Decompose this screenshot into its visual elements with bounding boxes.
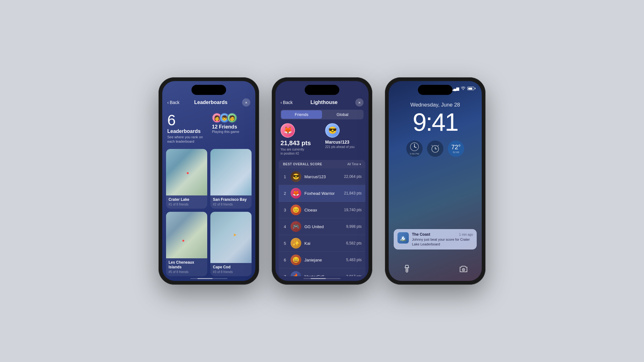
close-icon-1: × xyxy=(245,100,247,105)
row-6[interactable]: 6 😄 Janiejane 5,483 pts xyxy=(279,252,365,268)
back-label-2: Back xyxy=(283,100,293,105)
widget-alarm xyxy=(427,140,443,157)
rank-1: 1 xyxy=(282,174,287,179)
hero-rival-avatar: 😎 xyxy=(325,123,340,138)
card-name-crater: Crater Lake xyxy=(169,197,205,202)
svg-point-3 xyxy=(414,146,415,147)
list-filter[interactable]: All Time ▾ xyxy=(347,162,361,166)
map-sf-bay xyxy=(210,149,252,195)
pts-janie: 5,483 pts xyxy=(346,258,362,262)
card-rank-les: #5 of 8 friends xyxy=(169,270,205,274)
hero-self: 🦊 21,843 pts You are currentlyin positio… xyxy=(280,123,319,156)
map-marker-3 xyxy=(182,240,184,242)
card-les-info: Les Cheneaux Islands #5 of 8 friends xyxy=(166,258,207,276)
rank-5: 5 xyxy=(282,241,287,246)
map-cape-cod: ➤ xyxy=(210,212,252,263)
name-gg: GG United xyxy=(304,224,343,229)
name-marcus: Marcus!123 xyxy=(304,174,341,179)
lockscreen-bottom-bar xyxy=(389,263,482,275)
friends-count: 12 Friends xyxy=(212,124,237,130)
svg-line-7 xyxy=(432,145,433,146)
pts-foxhead: 21,843 pts xyxy=(344,191,362,195)
leaderboard-list: 1 😎 Marcus!123 22,064 pts 2 🦊 Foxhead Wa… xyxy=(279,168,365,276)
notification-header: The Coast 1 min ago xyxy=(412,232,473,237)
widget-clock: 5:56 PM xyxy=(406,140,423,157)
friend-avatars: 👩 👦 🧑 xyxy=(212,113,235,123)
battery-indicator xyxy=(467,87,475,90)
pts-marcus: 22,064 pts xyxy=(344,174,362,179)
map-les-cheneaux xyxy=(166,212,207,258)
friends-section: 👩 👦 🧑 12 Friends Playing this game xyxy=(212,113,250,134)
card-cape-info: Cape Cod #3 of 8 friends xyxy=(210,263,252,276)
friends-label: Playing this game xyxy=(212,130,239,134)
leaderboards-title: Leaderboards xyxy=(194,100,227,105)
widget-weather: 72° 52 89 xyxy=(448,140,464,157)
camera-icon[interactable] xyxy=(458,263,469,275)
widget-clock-value xyxy=(410,142,419,152)
tab-friends[interactable]: Friends xyxy=(281,110,322,119)
card-rank-crater: #1 of 8 friends xyxy=(169,203,205,206)
row-1[interactable]: 1 😎 Marcus!123 22,064 pts xyxy=(279,168,365,185)
close-button-2[interactable]: × xyxy=(355,98,364,107)
pts-kai: 6,582 pts xyxy=(346,241,362,245)
chevron-down-icon: ▾ xyxy=(359,162,361,166)
phone-lighthouse: ‹ Back Lighthouse × Friends Global 🦊 21,… xyxy=(272,77,372,285)
card-crater-info: Crater Lake #1 of 8 friends xyxy=(166,195,207,209)
name-kai: Kai xyxy=(304,241,343,246)
name-janie: Janiejane xyxy=(304,258,343,262)
avatar-gg: 🎮 xyxy=(291,221,301,232)
row-7[interactable]: 7 🔥 MasterGrill 3,017 pts xyxy=(279,268,365,276)
name-foxhead: Foxhead Warrior xyxy=(304,191,341,196)
widget-temp-value: 72° xyxy=(451,144,461,151)
tab-global[interactable]: Global xyxy=(322,110,363,119)
card-les-cheneaux[interactable]: Les Cheneaux Islands #5 of 8 friends xyxy=(166,212,207,276)
name-cloeax: Cloeax xyxy=(304,208,341,212)
rank-2: 2 xyxy=(282,191,287,196)
lighthouse-screen: ‹ Back Lighthouse × Friends Global 🦊 21,… xyxy=(275,81,369,281)
card-crater-lake[interactable]: Crater Lake #1 of 8 friends xyxy=(166,149,207,209)
flashlight-icon[interactable] xyxy=(401,263,413,275)
name-master: MasterGrill xyxy=(304,274,343,277)
avatar-kai: ✨ xyxy=(291,238,301,249)
hero-self-label: You are currentlyin position #2 xyxy=(280,147,319,156)
widget-temp-range: 52 89 xyxy=(453,151,459,154)
friend-avatar-3: 🧑 xyxy=(227,113,237,123)
back-button-1[interactable]: ‹ Back xyxy=(167,100,180,105)
hero-rival-name: Marcus!123 xyxy=(325,140,364,145)
scene: ‹ Back Leaderboards × 6 Leaderboards See… xyxy=(146,65,498,297)
widget-clock-sub: 5:56 PM xyxy=(410,152,419,155)
close-button-1[interactable]: × xyxy=(242,98,250,107)
pts-cloeax: 19,740 pts xyxy=(344,208,362,212)
avatar-foxhead: 🦊 xyxy=(291,188,301,199)
card-sf-info: San Francisco Bay #2 of 8 friends xyxy=(210,195,252,209)
row-3[interactable]: 3 😊 Cloeax 19,740 pts xyxy=(279,202,365,218)
card-name-les: Les Cheneaux Islands xyxy=(169,260,205,269)
dynamic-island-2 xyxy=(305,85,339,95)
hero-self-avatar: 🦊 xyxy=(280,123,295,138)
row-2[interactable]: 2 🦊 Foxhead Warrior 21,843 pts xyxy=(279,185,365,202)
card-cape-cod[interactable]: ➤ Cape Cod #3 of 8 friends xyxy=(210,212,252,276)
hero-rival: 😎 Marcus!123 221 pts ahead of you xyxy=(325,123,364,149)
hero-rival-sub: 221 pts ahead of you xyxy=(325,145,364,149)
chevron-left-icon: ‹ xyxy=(167,100,169,105)
phone-leaderboards: ‹ Back Leaderboards × 6 Leaderboards See… xyxy=(158,77,259,285)
row-4[interactable]: 4 🎮 GG United 9,998 pts xyxy=(279,218,365,235)
notification-time: 1 min ago xyxy=(459,233,473,236)
lighthouse-title: Lighthouse xyxy=(310,100,337,105)
lockscreen-widgets: 5:56 PM 72° 52 89 xyxy=(389,140,482,157)
close-icon-2: × xyxy=(358,100,361,105)
dynamic-island-1 xyxy=(192,85,226,95)
rank-4: 4 xyxy=(282,224,287,229)
avatar-marcus: 😎 xyxy=(291,171,301,182)
map-crater-lake xyxy=(166,149,207,195)
card-sf-bay[interactable]: San Francisco Bay #2 of 8 friends xyxy=(210,149,252,209)
notification[interactable]: 🏔️ The Coast 1 min ago Johnny just beat … xyxy=(394,229,477,250)
rank-3: 3 xyxy=(282,208,287,212)
lockscreen-screen: ▂▄▆ Wednesday, June 28 9:41 xyxy=(389,81,482,281)
rank-7: 7 xyxy=(282,274,287,277)
back-button-2[interactable]: ‹ Back xyxy=(280,100,293,105)
svg-line-8 xyxy=(438,145,439,146)
list-header-text: BEST OVERALL SCORE xyxy=(283,162,322,166)
row-5[interactable]: 5 ✨ Kai 6,582 pts xyxy=(279,235,365,252)
map-arrow-4: ➤ xyxy=(233,232,237,237)
